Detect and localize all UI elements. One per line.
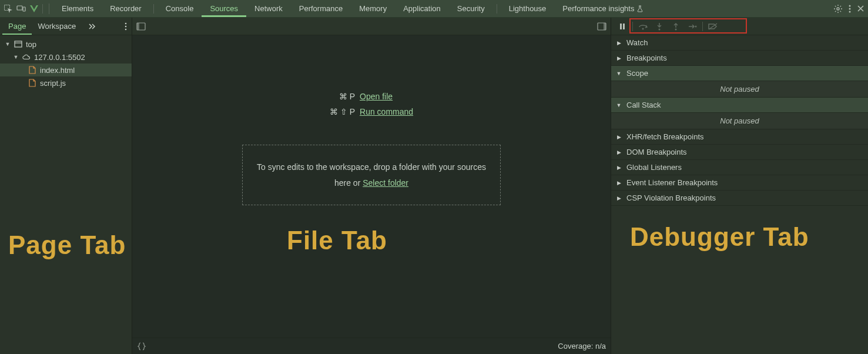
workspace-dropzone[interactable]: To sync edits to the workspace, drop a f… [242,145,501,205]
section-callstack[interactable]: ▼ Call Stack [611,98,868,113]
run-command-link[interactable]: Run command [360,107,413,116]
tab-performance[interactable]: Performance [291,0,351,17]
tree-node-file-script[interactable]: script.js [0,76,132,89]
tree-node-file-index[interactable]: index.html [0,64,132,76]
svg-point-18 [642,28,644,29]
svg-rect-15 [604,23,606,30]
section-xhr[interactable]: ▶ XHR/fetch Breakpoints [611,129,868,145]
svg-rect-17 [623,24,625,29]
pretty-print-icon[interactable] [137,342,146,351]
disclosure-triangle-icon: ▼ [5,41,11,47]
navigator-panel: Page Workspace ▼ top ▼ [0,18,132,354]
disclosure-triangle-icon: ▶ [616,134,622,140]
tab-lighthouse[interactable]: Lighthouse [501,0,555,17]
tab-recorder[interactable]: Recorder [102,0,149,17]
main-panel-tabs: Elements Recorder Console Sources Networ… [53,0,652,17]
sources-main-layout: Page Workspace ▼ top ▼ [0,18,868,354]
section-csp-label: CSP Violation Breakpoints [626,193,716,202]
tree-node-origin-label: 127.0.0.1:5502 [34,53,85,62]
tree-node-top[interactable]: ▼ top [0,38,132,51]
subtab-page[interactable]: Page [2,18,32,35]
open-file-shortcut: ⌘ P [330,92,355,101]
svg-rect-16 [620,24,622,29]
kebab-menu-icon[interactable] [849,5,851,13]
cloud-icon [22,53,31,61]
toolbar-divider [153,4,154,14]
section-breakpoints-label: Breakpoints [626,54,667,62]
subtab-workspace[interactable]: Workspace [32,18,82,35]
svg-rect-1 [17,6,22,10]
page-tree: ▼ top ▼ 127.0.0.1:5502 index.html [0,35,132,354]
close-devtools-icon[interactable] [857,5,864,12]
tab-sources[interactable]: Sources [202,0,246,17]
section-scope-label: Scope [626,69,648,78]
editor-panel: ⌘ P Open file ⌘ ⇧ P Run command To sync … [132,18,611,354]
disclosure-triangle-icon: ▼ [616,102,622,108]
debugger-toolbar [611,18,868,35]
tab-perf-insights[interactable]: Performance insights [554,0,652,17]
svg-rect-13 [137,23,139,30]
toolbar-divider [702,22,703,31]
section-global[interactable]: ▶ Global Listeners [611,160,868,175]
deactivate-breakpoints-button[interactable] [705,20,720,33]
disclosure-triangle-icon: ▼ [616,71,622,76]
svg-point-7 [125,22,127,24]
toolbar-divider [632,22,633,31]
tree-node-origin[interactable]: ▼ 127.0.0.1:5502 [0,51,132,64]
section-csp[interactable]: ▶ CSP Violation Breakpoints [611,191,868,206]
html-file-icon [28,66,36,74]
tab-network[interactable]: Network [246,0,291,17]
toggle-navigator-icon[interactable] [136,21,146,32]
svg-point-8 [125,25,127,27]
svg-point-21 [695,25,697,27]
step-into-button[interactable] [652,20,667,33]
svg-point-20 [675,28,677,30]
step-button[interactable] [685,20,700,33]
chevron-double-right-icon [88,22,96,31]
select-folder-link[interactable]: Select folder [363,178,408,188]
section-scope[interactable]: ▼ Scope [611,66,868,81]
vue-or-extension-icon[interactable] [29,4,39,14]
navigator-kebab-icon[interactable] [122,22,129,31]
quick-open-hint: ⌘ P Open file ⌘ ⇧ P Run command [325,86,418,122]
section-global-label: Global Listeners [626,163,682,172]
callstack-not-paused: Not paused [611,113,868,129]
subtab-more[interactable] [82,18,102,35]
section-watch[interactable]: ▶ Watch [611,35,868,51]
device-toggle-icon[interactable] [16,4,26,14]
tree-node-top-label: top [26,40,36,49]
svg-point-3 [837,8,839,10]
tab-security[interactable]: Security [449,0,493,17]
svg-rect-10 [15,41,22,47]
inspect-icon[interactable] [4,4,13,14]
tab-console[interactable]: Console [157,0,202,17]
disclosure-triangle-icon: ▶ [616,55,622,61]
settings-gear-icon[interactable] [833,4,843,14]
pause-resume-button[interactable] [615,20,630,33]
open-file-link[interactable]: Open file [360,92,393,101]
tree-node-file-index-label: index.html [40,66,75,75]
section-xhr-label: XHR/fetch Breakpoints [626,132,704,141]
section-dom-label: DOM Breakpoints [626,148,687,156]
disclosure-triangle-icon: ▼ [13,54,19,60]
svg-point-6 [849,11,851,12]
step-out-button[interactable] [668,20,683,33]
tab-memory[interactable]: Memory [351,0,395,17]
step-over-button[interactable] [635,20,651,33]
section-dom[interactable]: ▶ DOM Breakpoints [611,145,868,160]
toolbar-right-icons [833,4,864,14]
editor-footer: Coverage: n/a [132,338,611,354]
section-event[interactable]: ▶ Event Listener Breakpoints [611,175,868,191]
tab-elements[interactable]: Elements [53,0,102,17]
flask-icon [636,5,644,12]
js-file-icon [28,79,36,87]
disclosure-triangle-icon: ▶ [616,180,622,186]
svg-point-4 [849,5,851,6]
tab-perf-insights-label: Performance insights [562,4,634,13]
section-breakpoints[interactable]: ▶ Breakpoints [611,51,868,66]
run-cmd-shortcut: ⌘ ⇧ P [330,107,355,116]
toggle-debugger-icon[interactable] [596,21,607,32]
editor-placeholder-area: ⌘ P Open file ⌘ ⇧ P Run command To sync … [132,35,611,338]
tab-application[interactable]: Application [395,0,449,17]
editor-toolbar [132,18,611,35]
